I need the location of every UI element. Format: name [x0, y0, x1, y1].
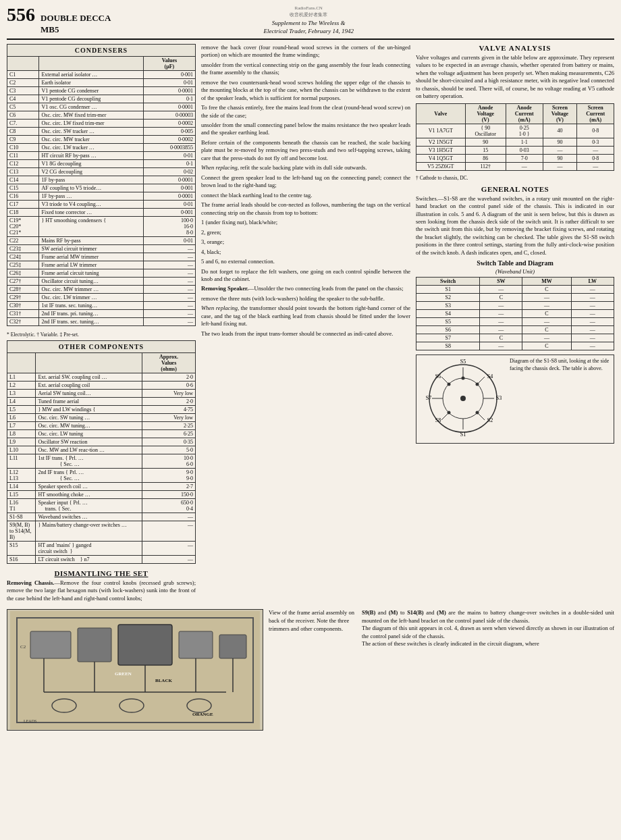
switch-col-sw: SW	[480, 278, 522, 286]
table-row: C15AF coupling to V5 triode…0·001	[7, 184, 196, 192]
table-row: L3Aerial SW tuning coil…Very low	[7, 389, 196, 397]
switch-col-mw: MW	[522, 278, 571, 286]
table-row: S16LT circuit switch } n7—	[7, 555, 196, 563]
switch-table-subtitle: (Waveband Unit)	[416, 268, 614, 275]
table-row: C23‡SW aerial circuit trimmer—	[7, 244, 196, 253]
circuit-board-svg: GREEN BLACK ORANGE LEADS C2	[10, 611, 260, 729]
dismantling-title: DISMANTLING THE SET	[7, 569, 196, 577]
header-left: 556 DOUBLE DECCA MB5	[7, 5, 111, 36]
svg-text:S2: S2	[487, 417, 493, 423]
svg-text:GREEN: GREEN	[115, 671, 132, 677]
table-row: C25‡Frame aerial LW trimmer—	[7, 261, 196, 269]
page-number: 556	[7, 5, 35, 24]
page: 556 DOUBLE DECCA MB5 RadioFans.CN 收音机爱好者…	[0, 0, 621, 840]
valve-col-screen-i: ScreenCurrent(mA)	[577, 103, 614, 124]
other-components-title: OTHER COMPONENTS	[7, 340, 196, 352]
condensers-title: CONDENSERS	[7, 44, 196, 56]
page-title: DOUBLE DECCA MB5	[40, 13, 111, 36]
table-row: L7Osc. circ. MW tuning…2·25	[7, 421, 196, 429]
table-row: C26‡Frame aerial circuit tuning—	[7, 269, 196, 277]
valve-col-screen-v: ScreenVoltage(V)	[543, 103, 577, 124]
table-row: L14Speaker speech coil …2·7	[7, 482, 196, 490]
table-row: L15HT smoothing choke …150·0	[7, 490, 196, 498]
table-row: C28†Osc. circ. MW trimmer …—	[7, 285, 196, 293]
supplement-text2: Electrical Trader, February 14, 1942	[263, 27, 354, 36]
col-ref-header	[7, 56, 39, 70]
table-row: C10Osc. circ. LW tracker …0·0003855	[7, 143, 196, 151]
col-values-header2: Approx.Values(ohms)	[142, 352, 196, 373]
table-row: C27†Oscillator circuit tuning…—	[7, 277, 196, 285]
col-desc-header2	[36, 352, 142, 373]
svg-rect-28	[118, 625, 172, 665]
general-notes-section: GENERAL NOTES Switches.—S1-S8 are the wa…	[416, 185, 614, 257]
svg-rect-26	[30, 631, 71, 658]
other-components-table: Approx.Values(ohms) L1Ext. aerial SW. co…	[7, 352, 196, 564]
table-row: L16T1 Speaker input { Prl. … trans. { Se…	[7, 498, 196, 513]
table-row: C6Osc. circ. MW fixed trim-mer0·00003	[7, 111, 196, 119]
svg-text:S3: S3	[496, 395, 502, 401]
svg-point-23	[448, 383, 451, 386]
frame-aerial-image: GREEN BLACK ORANGE LEADS C2	[7, 609, 263, 731]
header-center: RadioFans.CN 收音机爱好者集萃 Supplement to The …	[263, 5, 354, 36]
valve-col-anode-i: AnodeCurrent(mA)	[506, 103, 543, 124]
table-row: C9Osc. circ. MW tracker0·0002	[7, 135, 196, 143]
svg-text:S5: S5	[460, 359, 466, 365]
table-row: S9(M, B) to S14(M, B) } Mains/battery ch…	[7, 521, 196, 541]
bottom-caption: View of the frame aerial assembly on bac…	[269, 609, 356, 731]
table-row: C2Earth isolator0·01	[7, 78, 196, 86]
svg-rect-29	[179, 631, 213, 658]
main-content: CONDENSERS Values(μF) C1External aerial …	[7, 44, 614, 605]
svg-point-21	[476, 411, 479, 415]
middle-body: remove the back cover (four round-head w…	[201, 44, 410, 338]
table-row: L5} MW and LW windings {4·75	[7, 405, 196, 413]
table-row: C31†2nd IF trans. pri. tuning…—	[7, 309, 196, 317]
table-row: S8—C—	[416, 342, 614, 350]
table-row: C141F by-pass0·0001	[7, 176, 196, 184]
col-right: VALVE ANALYSIS Valve voltages and curren…	[416, 44, 614, 605]
table-row: C17V3 triode to V4 coupling…0·01	[7, 200, 196, 208]
table-row: S5———	[416, 318, 614, 326]
table-row: V1 1A7GT { 90Oscillator 0·251·0 } 40 0·8	[416, 124, 614, 138]
switch-diagram: S5 S4 S3 S2 S1 S8 S7 S6	[419, 358, 507, 440]
svg-text:S7: S7	[426, 395, 431, 401]
table-row: V5 25Z6GT 112† — — —	[416, 162, 614, 170]
bottom-section: GREEN BLACK ORANGE LEADS C2 View of the …	[7, 609, 614, 731]
condensers-footnote: * Electrolytic. † Variable. ‡ Pre-set.	[7, 332, 196, 338]
table-row: S7C——	[416, 334, 614, 342]
table-row: C18Fixed tone corrector …0·001	[7, 208, 196, 216]
table-row: L9Oscillator SW reaction0·35	[7, 438, 196, 446]
bottom-right-text: S9(B) and (M) to S14(B) and (M) are the …	[362, 609, 614, 731]
col-middle: remove the back cover (four round-head w…	[201, 44, 410, 605]
table-row: S4—C—	[416, 310, 614, 318]
condensers-table: Values(μF) C1External aerial isolator …0…	[7, 56, 196, 326]
table-row: C5V1 osc. CG condenser …0·0001	[7, 103, 196, 111]
table-row: C13V2 CG decoupling0·02	[7, 167, 196, 176]
table-row: V4 1Q5GT 86 7·0 90 0·8	[416, 154, 614, 162]
svg-text:C2: C2	[20, 644, 26, 650]
switch-table-title: Switch Table and Diagram	[416, 259, 614, 267]
svg-point-2	[460, 396, 466, 401]
table-row: L2Ext. aerial coupling coil0·6	[7, 381, 196, 389]
table-row: L11 1st IF trans. { Prl. … { Sec. … 10·0…	[7, 454, 196, 468]
table-row: C8Osc. circ. SW tracker …0·005	[7, 127, 196, 135]
valve-footnote: † Cathode to chassis, DC.	[416, 175, 614, 181]
diagram-caption: Diagram of the S1-S8 unit, looking at th…	[510, 358, 611, 373]
table-row: C7.Osc. circ. LW fixed trim-mer0·0002	[7, 119, 196, 127]
switch-col-switch: Switch	[416, 278, 480, 286]
table-row: S15 HT and 'mains' } gangedcircuit switc…	[7, 541, 196, 555]
table-row: C19*C20*C21* } HT smoothing condensers {…	[7, 216, 196, 236]
page-header: 556 DOUBLE DECCA MB5 RadioFans.CN 收音机爱好者…	[7, 5, 614, 40]
table-row: C4V1 pentode CG decoupling0·1	[7, 95, 196, 103]
table-row: C1External aerial isolator …0·001	[7, 70, 196, 78]
table-row: C161F by-pass …0·0001	[7, 192, 196, 200]
supplement-text: Supplement to The Wireless &	[263, 19, 354, 28]
svg-rect-27	[78, 628, 111, 662]
table-row: L12L13 2nd IF trans { Prl. … { Sec. … 9·…	[7, 468, 196, 482]
svg-text:S4: S4	[487, 373, 493, 379]
watermark: RadioFans.CN	[263, 5, 354, 12]
table-row: C12V1 8G decoupling0·1	[7, 159, 196, 167]
table-row: L4Tuned frame aerial2·0	[7, 397, 196, 405]
svg-rect-30	[219, 635, 246, 658]
table-row: S2C——	[416, 294, 614, 302]
svg-text:S8: S8	[435, 417, 441, 423]
